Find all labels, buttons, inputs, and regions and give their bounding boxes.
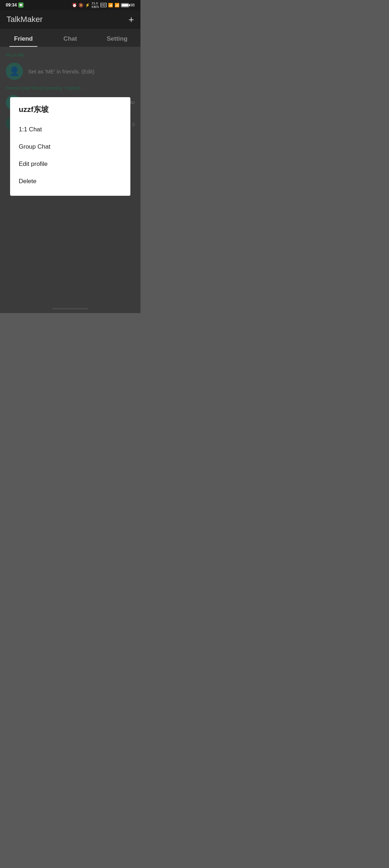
context-item-delete[interactable]: Delete [19, 173, 122, 190]
context-item-group-chat[interactable]: Group Chat [19, 138, 122, 155]
status-right: ⏰ 🔕 ⚡ 21.0KB/S HD 📶 📶 98 [72, 1, 135, 9]
app-header: TalkMaker + [0, 10, 140, 29]
context-menu: uzzf东坡 1:1 Chat Group Chat Edit profile … [10, 97, 130, 196]
wifi-icon: 📶 [108, 3, 113, 8]
status-left: 09:34 💬 [6, 3, 23, 8]
alarm-icon: ⏰ [72, 3, 77, 8]
status-bar: 09:34 💬 ⏰ 🔕 ⚡ 21.0KB/S HD 📶 📶 98 [0, 0, 140, 10]
speed-indicator: 21.0KB/S [91, 1, 99, 9]
app-title: TalkMaker [6, 15, 43, 24]
tab-chat[interactable]: Chat [47, 35, 94, 47]
battery-percent: 98 [130, 3, 135, 7]
context-menu-title: uzzf东坡 [19, 104, 122, 114]
battery-indicator [121, 3, 129, 7]
hd-badge: HD [100, 3, 107, 7]
tab-bar: Friend Chat Setting [0, 29, 140, 47]
tab-friend[interactable]: Friend [0, 35, 47, 47]
tab-setting[interactable]: Setting [94, 35, 140, 47]
add-friend-button[interactable]: + [129, 14, 134, 25]
signal-icon: 📶 [115, 3, 120, 8]
context-item-one-to-one-chat[interactable]: 1:1 Chat [19, 121, 122, 138]
mute-icon: 🔕 [79, 3, 84, 8]
context-item-edit-profile[interactable]: Edit profile [19, 155, 122, 173]
bluetooth-icon: ⚡ [85, 3, 90, 8]
main-content: My profile 👤 Set as 'ME' in friends. (Ed… [0, 47, 140, 313]
status-time: 09:34 [6, 3, 17, 8]
chat-notification-icon: 💬 [18, 3, 23, 8]
